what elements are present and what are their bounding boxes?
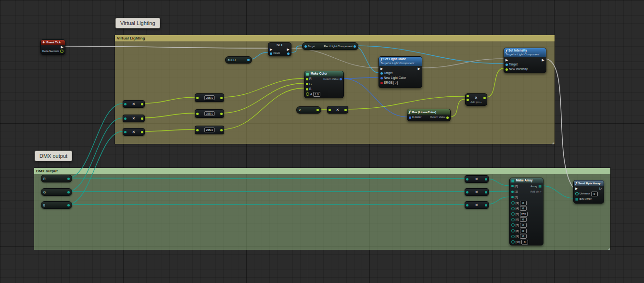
divisor-value-field[interactable]: 255.0	[204, 95, 215, 100]
get-v-node[interactable]: V	[296, 106, 321, 114]
input-pin-a[interactable]	[467, 95, 469, 97]
input-pin[interactable]	[466, 191, 468, 193]
divide-node[interactable]: 255.0	[195, 109, 224, 118]
get-rect-light-component-node[interactable]: Target Rect Light Component	[302, 42, 358, 50]
add-pin-button[interactable]: Add pin +	[530, 190, 542, 193]
output-pin[interactable]	[485, 204, 487, 206]
exec-in-pin[interactable]: ▶	[575, 187, 578, 190]
multiply-intensity-node[interactable]: × Add pin +	[465, 93, 487, 106]
srgb-pin[interactable]	[380, 82, 383, 84]
output-pin[interactable]	[220, 113, 223, 115]
make-color-node[interactable]: ▦ Make Color R Return Value G B A1.0	[304, 71, 344, 98]
element-pin[interactable]	[511, 201, 515, 205]
element-value-field[interactable]: 0	[520, 234, 527, 239]
input-pin[interactable]	[196, 97, 199, 99]
set-variable-node[interactable]: SET ▶ ▶ XLED	[268, 42, 291, 56]
get-g-node[interactable]: G	[41, 188, 72, 196]
input-pin[interactable]	[124, 103, 126, 105]
element-pin[interactable]	[511, 191, 514, 193]
xled-in-pin[interactable]	[270, 52, 272, 55]
delta-seconds-pin[interactable]	[60, 50, 63, 53]
input-pin[interactable]	[466, 204, 468, 206]
output-pin[interactable]	[141, 131, 143, 133]
in-color-pin[interactable]	[409, 116, 411, 119]
multiply-node[interactable]: ×	[123, 128, 145, 136]
exec-out-pin[interactable]: ▶	[61, 45, 63, 49]
exec-out-pin[interactable]: ▶	[287, 48, 290, 51]
get-b-node[interactable]: B	[41, 201, 72, 209]
output-pin[interactable]	[483, 97, 486, 99]
element-pin[interactable]	[511, 240, 515, 244]
output-pin[interactable]	[247, 59, 250, 61]
element-pin[interactable]	[511, 212, 515, 216]
get-xled-node[interactable]: XLED	[225, 56, 252, 64]
return-value-pin[interactable]	[340, 78, 342, 80]
output-pin[interactable]	[141, 103, 143, 105]
node-header[interactable]: ƒ Send Byte Array	[574, 180, 604, 186]
element-value-field[interactable]: 255	[520, 212, 528, 217]
set-intensity-node[interactable]: ƒSet Intensity Target is Light Component…	[504, 48, 546, 73]
input-pin[interactable]	[124, 117, 126, 120]
multiply-node[interactable]: ×	[123, 100, 145, 108]
byte-array-pin[interactable]: ▦	[575, 197, 579, 201]
divisor-value-field[interactable]: 255.0	[204, 111, 215, 116]
output-pin[interactable]	[485, 178, 487, 180]
node-header[interactable]: ƒSet Intensity Target is Light Component	[504, 48, 546, 57]
new-intensity-pin[interactable]	[505, 68, 508, 71]
exec-out-pin[interactable]: ▶	[542, 58, 544, 62]
exec-in-pin[interactable]: ▶	[380, 67, 383, 70]
divisor-value-field[interactable]: 255.0	[204, 128, 215, 132]
node-header[interactable]: ▦ Make Array	[510, 178, 543, 183]
exec-out-pin[interactable]: ▶	[418, 67, 420, 70]
node-header[interactable]: ƒ Max (LinearColor)	[407, 109, 450, 115]
element-pin[interactable]	[511, 207, 515, 210]
input-pin[interactable]	[196, 129, 199, 131]
input-pin[interactable]	[124, 131, 126, 133]
output-pin[interactable]	[316, 109, 319, 111]
add-pin-button[interactable]: Add pin +	[466, 101, 487, 104]
component-out-pin[interactable]	[354, 45, 356, 48]
output-pin[interactable]	[67, 204, 70, 206]
universe-value-field[interactable]: 0	[591, 192, 598, 196]
element-value-field[interactable]: 0	[520, 206, 527, 211]
exec-in-pin[interactable]: ▶	[270, 48, 272, 51]
output-pin[interactable]	[67, 178, 70, 180]
input-pin-b[interactable]	[467, 99, 469, 101]
array-out-pin[interactable]: ▦	[538, 184, 542, 188]
output-pin[interactable]	[67, 191, 70, 193]
node-header[interactable]: ❖ Event Tick	[41, 40, 65, 45]
get-r-node[interactable]: R	[41, 175, 72, 182]
divide-node[interactable]: 255.0	[195, 93, 224, 102]
input-pin[interactable]	[466, 178, 468, 180]
blueprint-graph[interactable]: Virtual Lighting ◢ DMX output ◢ ❖ Event …	[0, 0, 644, 283]
multiply-node[interactable]: ×	[327, 106, 348, 114]
output-pin[interactable]	[220, 129, 223, 131]
event-tick-node[interactable]: ❖ Event Tick ▶ Delta Seconds	[40, 39, 65, 55]
element-value-field[interactable]: 0	[520, 217, 527, 222]
element-pin[interactable]	[511, 223, 515, 227]
srgb-checkbox[interactable]: ✓	[393, 81, 398, 85]
resize-handle-icon[interactable]: ◢	[552, 141, 554, 144]
b-pin[interactable]	[306, 88, 308, 90]
node-header[interactable]: ƒSet Light Color Target is Light Compone…	[379, 57, 422, 66]
set-light-color-node[interactable]: ƒSet Light Color Target is Light Compone…	[379, 56, 422, 88]
element-pin[interactable]	[511, 185, 514, 187]
new-light-color-pin[interactable]	[380, 77, 383, 79]
target-pin[interactable]	[380, 72, 383, 75]
target-pin[interactable]	[304, 45, 307, 48]
node-header[interactable]: ▦ Make Color	[304, 71, 343, 77]
output-pin[interactable]	[485, 191, 487, 193]
element-pin[interactable]	[511, 229, 515, 232]
element-value-field[interactable]: 0	[520, 201, 527, 206]
resize-handle-icon[interactable]: ◢	[607, 247, 610, 250]
r-pin[interactable]	[306, 78, 308, 80]
multiply-node[interactable]: ×	[123, 115, 145, 122]
element-value-field[interactable]: 0	[520, 229, 527, 233]
a-pin[interactable]	[306, 92, 309, 96]
multiply-node[interactable]: ×	[465, 188, 489, 196]
exec-out-pin[interactable]: ▷	[600, 187, 602, 190]
make-array-node[interactable]: ▦ Make Array [0] Array▦ [1] Add pin + [2…	[509, 178, 543, 245]
output-pin[interactable]	[344, 109, 347, 111]
divide-node[interactable]: 255.0	[195, 126, 224, 134]
element-pin[interactable]	[511, 196, 514, 198]
